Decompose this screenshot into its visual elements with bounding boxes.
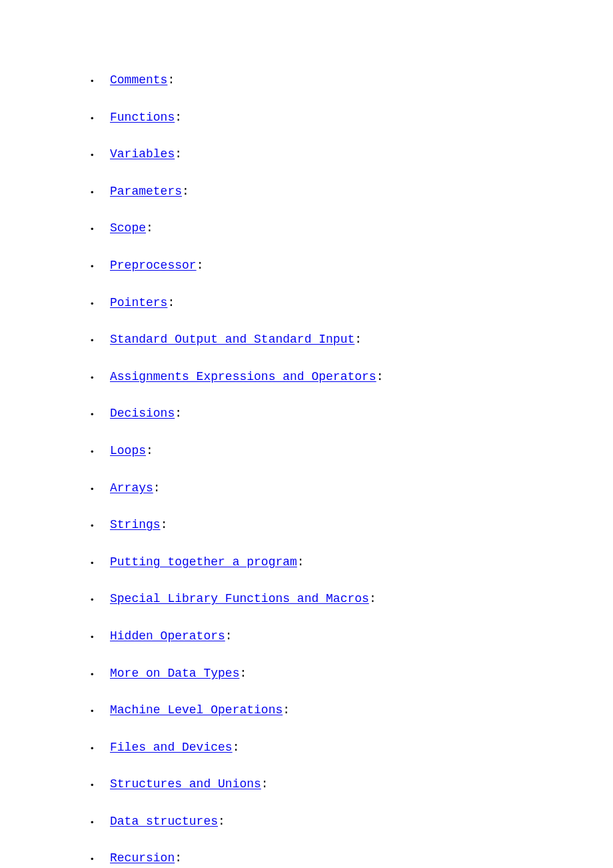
list-item: Recursion:: [110, 851, 613, 866]
list-item: Strings:: [110, 518, 613, 533]
list-item: Arrays:: [110, 481, 613, 496]
list-item: Preprocessor:: [110, 259, 613, 273]
toc-link[interactable]: Pointers: [110, 296, 167, 309]
colon: :: [161, 518, 168, 531]
toc-link[interactable]: Arrays: [110, 481, 153, 495]
list-item: Loops:: [110, 444, 613, 459]
colon: :: [175, 147, 182, 161]
colon: :: [167, 73, 175, 87]
toc-link[interactable]: More on Data Types: [110, 667, 239, 680]
toc-link[interactable]: Data structures: [110, 815, 218, 828]
list-item: Putting together a program:: [110, 555, 613, 570]
colon: :: [239, 667, 247, 680]
toc-link[interactable]: Comments: [110, 73, 167, 87]
colon: :: [354, 333, 362, 346]
list-item: Functions:: [110, 111, 613, 125]
toc-link[interactable]: Preprocessor: [110, 259, 197, 272]
toc-link[interactable]: Special Library Functions and Macros: [110, 592, 369, 605]
toc-link[interactable]: Scope: [110, 221, 146, 235]
toc-link[interactable]: Strings: [110, 518, 161, 531]
toc-link[interactable]: Standard Output and Standard Input: [110, 333, 354, 346]
colon: :: [218, 815, 225, 828]
colon: :: [283, 703, 290, 717]
colon: :: [225, 629, 233, 643]
list-item: Scope:: [110, 221, 613, 236]
toc-link[interactable]: Loops: [110, 444, 146, 457]
colon: :: [182, 185, 189, 198]
toc-link[interactable]: Hidden Operators: [110, 629, 225, 643]
toc-link[interactable]: Functions: [110, 111, 175, 124]
list-item: Variables:: [110, 147, 613, 162]
toc-list: Comments: Functions: Variables: Paramete…: [0, 73, 613, 866]
colon: :: [376, 370, 384, 383]
list-item: More on Data Types:: [110, 667, 613, 681]
list-item: Hidden Operators:: [110, 629, 613, 644]
list-item: Pointers:: [110, 296, 613, 311]
list-item: Machine Level Operations:: [110, 703, 613, 718]
toc-link[interactable]: Machine Level Operations: [110, 703, 283, 717]
toc-link[interactable]: Structures and Unions: [110, 777, 261, 791]
list-item: Structures and Unions:: [110, 777, 613, 792]
list-item: Parameters:: [110, 185, 613, 199]
list-item: Assignments Expressions and Operators:: [110, 370, 613, 385]
list-item: Special Library Functions and Macros:: [110, 592, 613, 607]
colon: :: [153, 481, 161, 495]
colon: :: [197, 259, 204, 272]
toc-link[interactable]: Files and Devices: [110, 741, 233, 754]
list-item: Standard Output and Standard Input:: [110, 333, 613, 347]
toc-link[interactable]: Parameters: [110, 185, 182, 198]
colon: :: [167, 296, 175, 309]
colon: :: [175, 851, 182, 865]
colon: :: [261, 777, 269, 791]
colon: :: [146, 444, 153, 457]
toc-link[interactable]: Variables: [110, 147, 175, 161]
toc-link[interactable]: Recursion: [110, 851, 175, 865]
toc-link[interactable]: Putting together a program: [110, 555, 297, 569]
colon: :: [297, 555, 305, 569]
toc-link[interactable]: Decisions: [110, 407, 175, 420]
colon: :: [175, 407, 182, 420]
list-item: Data structures:: [110, 815, 613, 829]
colon: :: [175, 111, 182, 124]
colon: :: [146, 221, 153, 235]
list-item: Decisions:: [110, 407, 613, 421]
colon: :: [233, 741, 240, 754]
list-item: Files and Devices:: [110, 741, 613, 755]
toc-link[interactable]: Assignments Expressions and Operators: [110, 370, 376, 383]
colon: :: [369, 592, 376, 605]
list-item: Comments:: [110, 73, 613, 88]
